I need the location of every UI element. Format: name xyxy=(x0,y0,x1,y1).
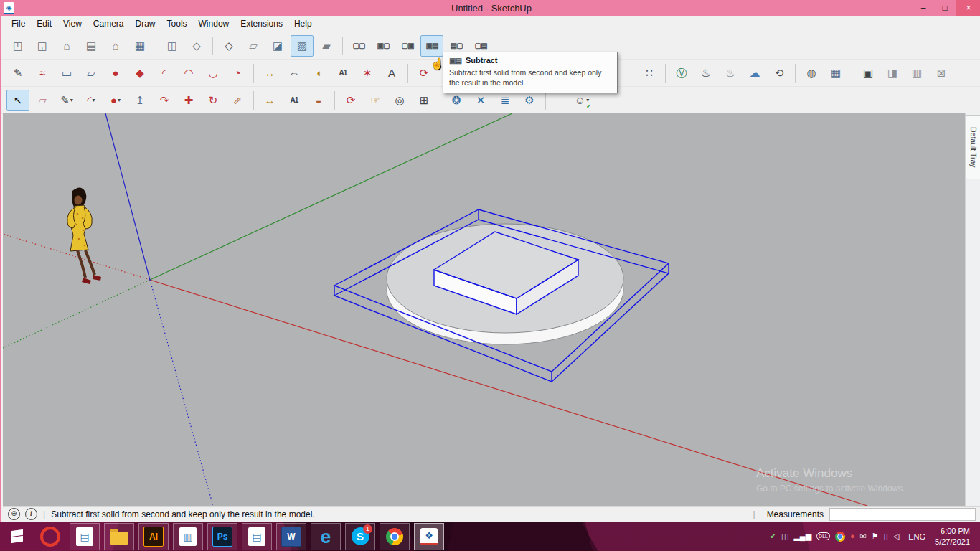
taskbar-opera-icon[interactable] xyxy=(35,523,65,550)
three-point-arc-icon[interactable]: ◡ xyxy=(202,62,225,84)
model-geometry[interactable] xyxy=(334,209,669,382)
shape-tool-icon[interactable]: ●▾ xyxy=(104,90,127,111)
start-button[interactable] xyxy=(0,522,33,551)
taskbar-illustrator-icon[interactable]: Ai xyxy=(138,523,169,550)
pan-icon[interactable]: ☞ xyxy=(364,90,387,111)
taskbar-word-icon[interactable]: W xyxy=(276,523,306,550)
photo-match-icon[interactable]: ◨ xyxy=(881,62,904,84)
maximize-button[interactable]: □ xyxy=(934,0,956,16)
monochrome-style-icon[interactable]: ▰ xyxy=(315,35,338,57)
print-icon[interactable]: ▤ xyxy=(80,35,103,57)
zoom-icon[interactable]: ◎ xyxy=(388,90,411,111)
open-model-icon[interactable]: ◱ xyxy=(31,35,54,57)
tape-measure-icon[interactable]: ↔ xyxy=(258,62,281,84)
rectangle-icon[interactable]: ▭ xyxy=(55,62,78,84)
subtract-icon[interactable]: ▣▤ xyxy=(420,35,443,57)
taskbar-sketchup-icon[interactable]: ❖ xyxy=(414,523,444,550)
pie-icon[interactable]: ◔ xyxy=(226,62,249,84)
polygon-icon[interactable]: ◆ xyxy=(128,62,151,84)
walk-icon[interactable]: ∷ xyxy=(638,62,661,84)
info-icon[interactable]: i xyxy=(25,508,37,520)
menu-help[interactable]: Help xyxy=(288,17,318,31)
new-model-icon[interactable]: ◰ xyxy=(6,35,29,57)
taskbar-edge-icon[interactable]: e xyxy=(311,523,341,550)
image-tool-icon[interactable]: ▥ xyxy=(905,62,928,84)
eraser-icon[interactable]: ▱ xyxy=(31,90,54,111)
vray-frame-buffer-icon[interactable]: ▦ xyxy=(824,62,847,84)
front-view-icon[interactable]: ⌂ xyxy=(104,35,127,57)
menu-extensions[interactable]: Extensions xyxy=(235,17,288,31)
line-tool-icon[interactable]: ✎▾ xyxy=(55,90,78,111)
vray-batch-render-icon[interactable]: ♨ xyxy=(719,62,742,84)
line-icon[interactable]: ✎ xyxy=(6,62,29,84)
top-view-icon[interactable]: ▦ xyxy=(128,35,151,57)
vray-cloud-icon[interactable]: ☁ xyxy=(743,62,766,84)
x-ray-style-icon[interactable]: ◫ xyxy=(161,35,184,57)
tray-dell-icon[interactable]: DLL xyxy=(816,532,830,540)
menu-edit[interactable]: Edit xyxy=(31,17,57,31)
push-pull-icon[interactable]: ↥ xyxy=(128,90,151,111)
protractor-icon[interactable]: ◖ xyxy=(307,62,330,84)
wireframe-style-icon[interactable]: ◇ xyxy=(217,35,240,57)
tray-security-icon[interactable]: ✔ xyxy=(770,532,776,540)
select-icon[interactable]: ↖ xyxy=(6,90,29,111)
menu-window[interactable]: Window xyxy=(193,17,235,31)
lock-camera-icon[interactable]: ⊠ xyxy=(930,62,953,84)
iso-view-icon[interactable]: ⌂ xyxy=(55,35,78,57)
camera-window-icon[interactable]: ▣ xyxy=(857,62,880,84)
freehand-icon[interactable]: ≈ xyxy=(31,62,54,84)
axes-icon[interactable]: ✶ xyxy=(356,62,379,84)
vray-viewport-render-icon[interactable]: ◍ xyxy=(800,62,823,84)
tray-device-icon[interactable]: ▯ xyxy=(884,532,888,540)
geolocation-icon[interactable]: ⊕ xyxy=(8,508,20,520)
rotated-rectangle-icon[interactable]: ▱ xyxy=(80,62,103,84)
tray-flag-icon[interactable]: ⚑ xyxy=(872,532,879,540)
taskbar-document-app-icon[interactable]: ▥ xyxy=(173,523,203,550)
circle-icon[interactable]: ● xyxy=(104,62,127,84)
tray-volume-icon[interactable]: ◁ xyxy=(893,532,899,540)
vray-render-icon[interactable]: ♨ xyxy=(694,62,717,84)
zoom-extents-icon[interactable]: ⊞ xyxy=(413,90,435,111)
shape-tool-dropdown-arrow[interactable]: ▾ xyxy=(118,97,121,103)
follow-me-icon[interactable]: ↷ xyxy=(153,90,176,111)
language-indicator[interactable]: ENG xyxy=(908,532,925,541)
menu-draw[interactable]: Draw xyxy=(130,17,161,31)
menu-view[interactable]: View xyxy=(57,17,88,31)
tray-display-icon[interactable]: ◫ xyxy=(781,532,788,540)
menu-file[interactable]: File xyxy=(6,17,31,31)
minimize-button[interactable]: – xyxy=(913,0,934,16)
tray-update-icon[interactable]: ● xyxy=(850,532,855,540)
taskbar-office-app-icon[interactable]: ▤ xyxy=(70,523,100,550)
paint-bucket-icon[interactable]: ◒ xyxy=(307,90,330,111)
measurements-input[interactable] xyxy=(829,508,976,521)
taskbar-chrome-icon[interactable] xyxy=(380,523,410,550)
outer-shell-icon[interactable]: ▢▢ xyxy=(347,35,370,57)
arc-tool-icon[interactable]: ◜▾ xyxy=(80,90,103,111)
text-icon[interactable]: A1 xyxy=(283,90,306,111)
text-3d-icon[interactable]: A xyxy=(380,62,403,84)
taskbar-clock[interactable]: 6:00 PM 5/27/2021 xyxy=(935,526,970,547)
union-icon[interactable]: ▢▣ xyxy=(396,35,419,57)
hidden-line-style-icon[interactable]: ▱ xyxy=(242,35,265,57)
line-tool-dropdown-arrow[interactable]: ▾ xyxy=(70,97,73,103)
taskbar-photoshop-icon[interactable]: Ps xyxy=(207,523,237,550)
person-figure[interactable] xyxy=(67,188,101,285)
arc-tool-dropdown-arrow[interactable]: ▾ xyxy=(92,97,95,103)
vray-interactive-icon[interactable]: ⟲ xyxy=(768,62,791,84)
intersect-icon[interactable]: ▣▢ xyxy=(372,35,395,57)
arc-icon[interactable]: ◜ xyxy=(153,62,176,84)
text-icon[interactable]: A1 xyxy=(331,62,354,84)
vray-asset-editor-icon[interactable]: Ⓥ xyxy=(670,62,693,84)
orbit-icon[interactable]: ⟳ xyxy=(339,90,362,111)
shaded-style-icon[interactable]: ◪ xyxy=(266,35,289,57)
taskbar-file-explorer-icon[interactable] xyxy=(104,523,134,550)
two-point-arc-icon[interactable]: ◠ xyxy=(177,62,200,84)
back-edges-style-icon[interactable]: ◇ xyxy=(185,35,208,57)
taskbar-notes-app-icon[interactable]: ▤ xyxy=(242,523,272,550)
menu-camera[interactable]: Camera xyxy=(88,17,130,31)
move-icon[interactable]: ✚ xyxy=(177,90,200,111)
close-button[interactable]: × xyxy=(956,0,980,16)
tray-chrome-icon[interactable] xyxy=(835,532,845,542)
shaded-textures-style-icon[interactable]: ▨ xyxy=(291,35,314,57)
menu-tools[interactable]: Tools xyxy=(161,17,193,31)
